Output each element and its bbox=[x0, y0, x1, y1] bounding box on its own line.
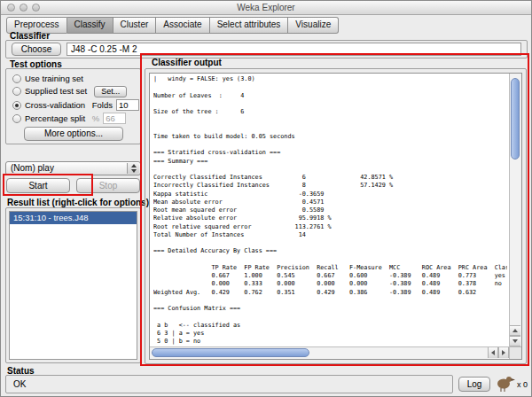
option-label: Cross-validation bbox=[25, 100, 85, 110]
tab-associate[interactable]: Associate bbox=[156, 17, 209, 34]
folds-field[interactable]: 10 bbox=[116, 99, 139, 111]
percent-label: % bbox=[92, 113, 99, 123]
vertical-scrollbar[interactable] bbox=[509, 74, 521, 346]
result-list-groupbox: 15:31:10 - trees.J48 bbox=[5, 207, 141, 363]
class-attribute-value: (Nom) play bbox=[11, 163, 54, 173]
scroll-up-button[interactable] bbox=[510, 325, 520, 336]
option-label: Use training set bbox=[25, 74, 83, 83]
weka-status-counter: x 0 bbox=[517, 380, 528, 389]
set-button[interactable]: Set... bbox=[94, 86, 127, 97]
window-title: Weka Explorer bbox=[1, 1, 531, 14]
tab-visualize[interactable]: Visualize bbox=[288, 17, 339, 34]
radio-use-training-set[interactable]: Use training set bbox=[12, 74, 83, 84]
log-button[interactable]: Log bbox=[458, 377, 490, 392]
arrow-left-icon bbox=[491, 350, 495, 355]
radio-icon bbox=[12, 101, 21, 110]
radio-supplied-test-set[interactable]: Supplied test setSet... bbox=[12, 86, 127, 97]
horizontal-scrollbar-thumb[interactable] bbox=[152, 348, 309, 357]
classifier-output-scrollpane: | windy = FALSE: yes (3.0) Number of Lea… bbox=[149, 73, 522, 360]
horizontal-scrollbar[interactable] bbox=[150, 346, 509, 359]
scroll-left-button[interactable] bbox=[488, 347, 498, 358]
vertical-scrollbar-thumb[interactable] bbox=[511, 78, 520, 160]
arrow-right-icon bbox=[502, 350, 505, 355]
weka-bird-icon bbox=[494, 374, 515, 392]
scroll-down-button[interactable] bbox=[510, 336, 520, 346]
test-options-groupbox: Use training set Supplied test setSet...… bbox=[5, 68, 141, 144]
result-list-item[interactable]: 15:31:10 - trees.J48 bbox=[10, 212, 137, 224]
classifier-output-groupbox: | windy = FALSE: yes (3.0) Number of Lea… bbox=[145, 68, 527, 364]
status-groupbox: OK bbox=[5, 375, 453, 393]
class-attribute-combobox[interactable]: (Nom) play bbox=[5, 161, 141, 175]
tab-cluster[interactable]: Cluster bbox=[113, 17, 157, 34]
classifier-output-section-title: Classifier output bbox=[152, 58, 222, 67]
stop-button: Stop bbox=[76, 178, 140, 193]
radio-icon bbox=[12, 74, 21, 83]
more-options-button[interactable]: More options... bbox=[24, 127, 123, 141]
radio-icon bbox=[12, 87, 21, 96]
radio-cross-validation[interactable]: Cross-validation Folds10 bbox=[12, 99, 139, 111]
tab-classify[interactable]: Classify bbox=[67, 17, 113, 34]
option-label: Supplied test set bbox=[25, 86, 87, 96]
classifier-groupbox: Choose J48 -C 0.25 -M 2 bbox=[5, 40, 528, 58]
result-list[interactable]: 15:31:10 - trees.J48 bbox=[9, 211, 137, 360]
choose-button[interactable]: Choose bbox=[12, 43, 61, 56]
arrow-down-icon bbox=[512, 339, 518, 343]
status-message: OK bbox=[13, 379, 26, 390]
tab-select-attributes[interactable]: Select attributes bbox=[210, 17, 289, 34]
arrow-up-icon bbox=[512, 329, 518, 332]
titlebar: Weka Explorer bbox=[1, 1, 531, 15]
scrollbar-corner bbox=[509, 346, 521, 359]
radio-percentage-split[interactable]: Percentage split %66 bbox=[12, 113, 126, 124]
result-list-section-title: Result list (right-click for options) bbox=[7, 198, 149, 207]
tab-bar: Preprocess Classify Cluster Associate Se… bbox=[6, 17, 339, 34]
folds-label: Folds bbox=[92, 100, 113, 110]
classifier-config-field[interactable]: J48 -C 0.25 -M 2 bbox=[66, 43, 521, 56]
weka-explorer-window: Weka Explorer Preprocess Classify Cluste… bbox=[0, 0, 532, 397]
radio-icon bbox=[12, 114, 21, 123]
scroll-right-button[interactable] bbox=[498, 347, 509, 358]
option-label: Percentage split bbox=[25, 113, 85, 123]
combo-arrows-icon bbox=[127, 163, 139, 174]
start-button[interactable]: Start bbox=[6, 178, 70, 193]
percent-field[interactable]: 66 bbox=[103, 113, 126, 124]
classifier-output-text[interactable]: | windy = FALSE: yes (3.0) Number of Lea… bbox=[153, 75, 507, 345]
